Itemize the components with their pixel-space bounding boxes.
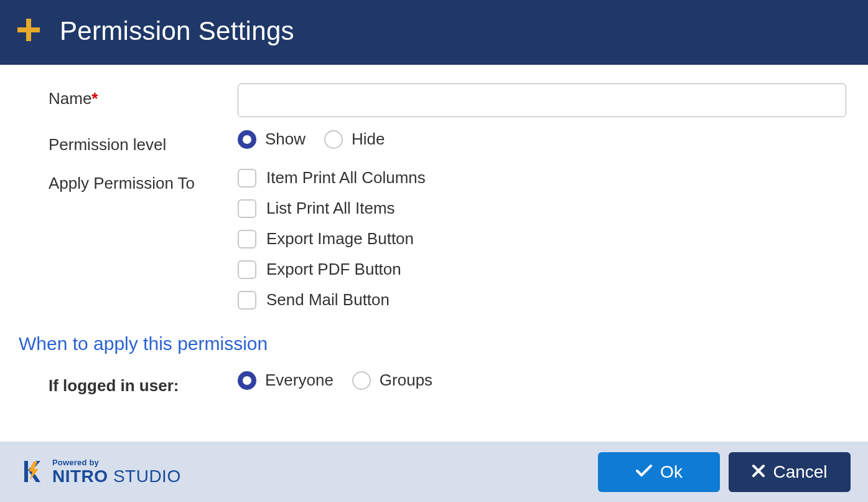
required-asterisk: * — [91, 89, 98, 108]
row-permission-level: Permission level Show Hide — [49, 130, 849, 156]
row-name: Name* — [49, 83, 849, 117]
dialog-footer: Powered by NITRO STUDIO Ok Cancel — [0, 442, 868, 502]
radio-show[interactable]: Show — [238, 130, 306, 149]
radio-hide[interactable]: Hide — [324, 130, 385, 149]
field-permission-level: Show Hide — [238, 130, 849, 149]
powered-by-label: Powered by — [52, 458, 181, 466]
form-content: Name* Permission level Show Hide Apply P… — [0, 65, 868, 428]
checkbox-icon — [238, 291, 256, 310]
cancel-button[interactable]: Cancel — [729, 452, 851, 492]
cancel-button-label: Cancel — [773, 462, 827, 482]
radio-everyone-label: Everyone — [265, 371, 334, 390]
permission-level-radio-group: Show Hide — [238, 130, 849, 149]
radio-groups-label: Groups — [380, 371, 432, 390]
field-name — [238, 83, 849, 117]
radio-icon — [238, 371, 256, 390]
nitro-logo-icon — [20, 458, 46, 486]
check-icon — [635, 462, 653, 482]
checkbox-label: List Print All Items — [266, 199, 395, 218]
page-title: Permission Settings — [60, 16, 294, 46]
ok-button[interactable]: Ok — [598, 452, 720, 492]
checkbox-item-print-all-columns[interactable]: Item Print All Columns — [238, 168, 849, 187]
checkbox-export-pdf-button[interactable]: Export PDF Button — [238, 260, 849, 279]
svg-rect-1 — [17, 27, 40, 32]
checkbox-export-image-button[interactable]: Export Image Button — [238, 229, 849, 249]
label-permission-level: Permission level — [49, 130, 238, 156]
section-heading-when: When to apply this permission — [19, 333, 849, 354]
field-user-scope: Everyone Groups — [238, 371, 849, 390]
row-apply-to: Apply Permission To Item Print All Colum… — [49, 168, 849, 310]
brand-logo: Powered by NITRO STUDIO — [20, 458, 181, 486]
close-icon — [752, 462, 765, 482]
brand-name: NITRO STUDIO — [52, 468, 181, 485]
checkbox-label: Item Print All Columns — [266, 168, 426, 187]
radio-show-label: Show — [265, 130, 306, 149]
checkbox-send-mail-button[interactable]: Send Mail Button — [238, 290, 849, 310]
radio-icon — [324, 130, 343, 149]
footer-buttons: Ok Cancel — [598, 452, 851, 492]
checkbox-label: Send Mail Button — [266, 290, 390, 310]
label-name: Name* — [49, 83, 238, 110]
checkbox-icon — [238, 199, 256, 218]
label-apply-to: Apply Permission To — [49, 168, 238, 194]
radio-everyone[interactable]: Everyone — [238, 371, 334, 390]
name-input[interactable] — [238, 83, 846, 117]
checkbox-label: Export PDF Button — [266, 260, 401, 279]
ok-button-label: Ok — [660, 462, 683, 482]
apply-to-checkbox-list: Item Print All Columns List Print All It… — [238, 168, 849, 310]
radio-groups[interactable]: Groups — [352, 371, 432, 390]
radio-icon — [352, 371, 371, 390]
checkbox-icon — [238, 260, 256, 279]
plus-icon — [15, 16, 42, 46]
row-user-scope: If logged in user: Everyone Groups — [49, 371, 849, 397]
checkbox-icon — [238, 169, 256, 187]
label-user-scope: If logged in user: — [49, 371, 238, 397]
checkbox-icon — [238, 230, 256, 249]
dialog-header: Permission Settings — [0, 0, 868, 65]
checkbox-list-print-all-items[interactable]: List Print All Items — [238, 199, 849, 218]
user-scope-radio-group: Everyone Groups — [238, 371, 849, 390]
field-apply-to: Item Print All Columns List Print All It… — [238, 168, 849, 310]
radio-icon — [238, 130, 256, 149]
brand-text: Powered by NITRO STUDIO — [52, 458, 181, 485]
checkbox-label: Export Image Button — [266, 229, 414, 249]
radio-hide-label: Hide — [352, 130, 385, 149]
